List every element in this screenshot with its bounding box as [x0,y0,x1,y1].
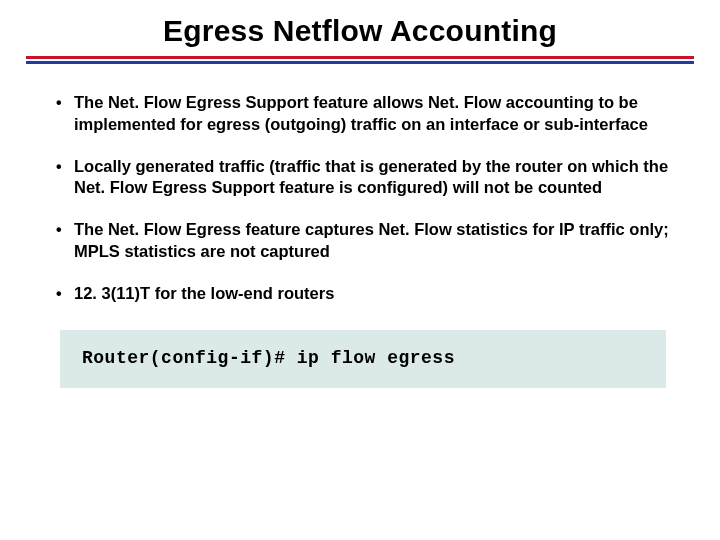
bullet-item: Locally generated traffic (traffic that … [52,156,674,200]
code-block: Router(config-if)# ip flow egress [60,330,666,388]
slide-content: The Net. Flow Egress Support feature all… [36,64,684,388]
slide: Egress Netflow Accounting The Net. Flow … [0,0,720,540]
divider-red [26,56,694,59]
slide-title: Egress Netflow Accounting [36,14,684,48]
bullet-item: 12. 3(11)T for the low-end routers [52,283,674,305]
bullet-list: The Net. Flow Egress Support feature all… [52,92,674,304]
bullet-item: The Net. Flow Egress Support feature all… [52,92,674,136]
bullet-item: The Net. Flow Egress feature captures Ne… [52,219,674,263]
